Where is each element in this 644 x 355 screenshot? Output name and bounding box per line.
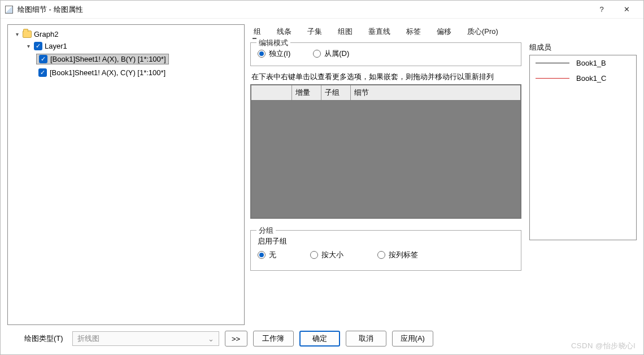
checkbox-checked-icon[interactable]: ✓ — [34, 42, 42, 50]
radio-icon — [310, 251, 318, 259]
radio-none[interactable]: 无 — [258, 250, 276, 260]
increment-grid[interactable]: 增量 子组 细节 — [250, 84, 521, 219]
chevron-down-icon: ⌄ — [208, 335, 214, 343]
radio-label: 从属(D) — [324, 49, 349, 59]
list-item[interactable]: Book1_C — [530, 71, 636, 86]
member-label: Book1_B — [576, 59, 606, 67]
ok-button[interactable]: 确定 — [299, 331, 340, 347]
tree-label: [Book1]Sheet1! A(X), C(Y) [1*:100*] — [50, 68, 166, 77]
checkbox-checked-icon[interactable]: ✓ — [39, 55, 47, 63]
radio-dependent[interactable]: 从属(D) — [313, 49, 349, 59]
grid-header: 增量 子组 细节 — [251, 85, 520, 101]
tab-centroid[interactable]: 质心(Pro) — [466, 25, 499, 39]
enable-subgroup-label: 启用子组 — [258, 236, 514, 246]
window-title: 绘图细节 - 绘图属性 — [18, 5, 589, 15]
main-column: 编辑模式 独立(I) 从属(D) 在下表中右键单击以查看更多选项，如果嵌套，则拖… — [250, 42, 521, 325]
close-button[interactable]: ✕ — [614, 1, 639, 18]
tree-label: Graph2 — [34, 30, 58, 38]
plot-type-combo[interactable]: 折线图 ⌄ — [72, 331, 219, 346]
tab-line[interactable]: 线条 — [276, 25, 293, 39]
radio-icon — [258, 50, 266, 58]
radio-icon — [258, 251, 266, 259]
grid-col-blank — [251, 85, 292, 100]
members-listbox[interactable]: Book1_B Book1_C — [529, 55, 637, 240]
list-item[interactable]: Book1_B — [530, 55, 636, 71]
radio-label: 无 — [269, 250, 276, 260]
tree-label: [Book1]Sheet1! A(X), B(Y) [1*:100*] — [50, 55, 166, 63]
workbook-button[interactable]: 工作簿 — [253, 331, 294, 347]
chevron-down-icon[interactable]: ▾ — [25, 43, 32, 50]
radio-icon — [313, 50, 321, 58]
tab-group[interactable]: 组 — [253, 25, 262, 39]
radio-label: 按大小 — [321, 250, 343, 260]
app-icon — [5, 6, 13, 14]
tree-panel: ▾ Graph2 ▾ ✓ Layer1 ✓ [Book1]She — [7, 24, 245, 325]
radio-label: 独立(I) — [269, 49, 290, 59]
edit-mode-legend: 编辑模式 — [256, 38, 290, 48]
tab-subset[interactable]: 子集 — [306, 25, 323, 39]
tab-label[interactable]: 标签 — [405, 25, 422, 39]
radio-by-label[interactable]: 按列标签 — [377, 250, 418, 260]
apply-button[interactable]: 应用(A) — [392, 331, 433, 347]
grid-col-increment: 增量 — [292, 85, 321, 100]
grid-col-detail: 细节 — [351, 85, 520, 100]
grid-hint: 在下表中右键单击以查看更多选项，如果嵌套，则拖动并移动行以重新排列 — [251, 72, 521, 82]
radio-by-size[interactable]: 按大小 — [310, 250, 343, 260]
line-sample-icon — [536, 78, 569, 79]
grid-body[interactable] — [251, 101, 520, 218]
tree-node-plot[interactable]: ✓ [Book1]Sheet1! A(X), B(Y) [1*:100*] — [35, 52, 242, 66]
members-legend: 组成员 — [529, 42, 637, 53]
tab-panel[interactable]: 组图 — [337, 25, 354, 39]
content: ▾ Graph2 ▾ ✓ Layer1 ✓ [Book1]She — [1, 19, 643, 325]
grouping-legend: 分组 — [256, 226, 276, 236]
line-sample-icon — [536, 63, 569, 63]
folder-icon — [23, 31, 32, 38]
combo-value: 折线图 — [77, 334, 99, 344]
footer: 绘图类型(T) 折线图 ⌄ >> 工作簿 确定 取消 应用(A) — [1, 325, 643, 354]
plot-tree[interactable]: ▾ Graph2 ▾ ✓ Layer1 ✓ [Book1]She — [10, 28, 242, 79]
plot-type-label: 绘图类型(T) — [24, 334, 63, 344]
radio-label: 按列标签 — [389, 250, 418, 260]
grouping-fieldset: 分组 启用子组 无 按大小 按列标签 — [250, 230, 521, 271]
expand-button[interactable]: >> — [225, 331, 247, 347]
radio-icon — [377, 251, 385, 259]
checkbox-checked-icon[interactable]: ✓ — [38, 68, 47, 77]
grid-col-subgroup: 子组 — [321, 85, 351, 100]
tab-body: 编辑模式 独立(I) 从属(D) 在下表中右键单击以查看更多选项，如果嵌套，则拖… — [250, 42, 637, 325]
titlebar: 绘图细节 - 绘图属性 ? ✕ — [1, 1, 643, 19]
radio-independent[interactable]: 独立(I) — [258, 49, 290, 59]
tree-node-graph[interactable]: ▾ Graph2 — [12, 28, 242, 40]
members-column: 组成员 Book1_B Book1_C — [529, 42, 637, 325]
tab-offset[interactable]: 偏移 — [436, 25, 452, 39]
tree-node-plot[interactable]: ✓ [Book1]Sheet1! A(X), C(Y) [1*:100*] — [35, 66, 242, 79]
right-panel: 组 线条 子集 组图 垂直线 标签 偏移 质心(Pro) 编辑模式 独立(I) — [250, 24, 637, 325]
edit-mode-fieldset: 编辑模式 独立(I) 从属(D) — [250, 42, 521, 66]
tab-dropline[interactable]: 垂直线 — [367, 25, 391, 39]
tab-bar: 组 线条 子集 组图 垂直线 标签 偏移 质心(Pro) — [250, 24, 637, 42]
tree-node-layer[interactable]: ▾ ✓ Layer1 — [24, 40, 242, 52]
member-label: Book1_C — [576, 74, 606, 83]
chevron-down-icon[interactable]: ▾ — [14, 31, 20, 38]
help-button[interactable]: ? — [589, 1, 614, 18]
cancel-button[interactable]: 取消 — [346, 331, 386, 347]
tree-label: Layer1 — [45, 42, 67, 50]
